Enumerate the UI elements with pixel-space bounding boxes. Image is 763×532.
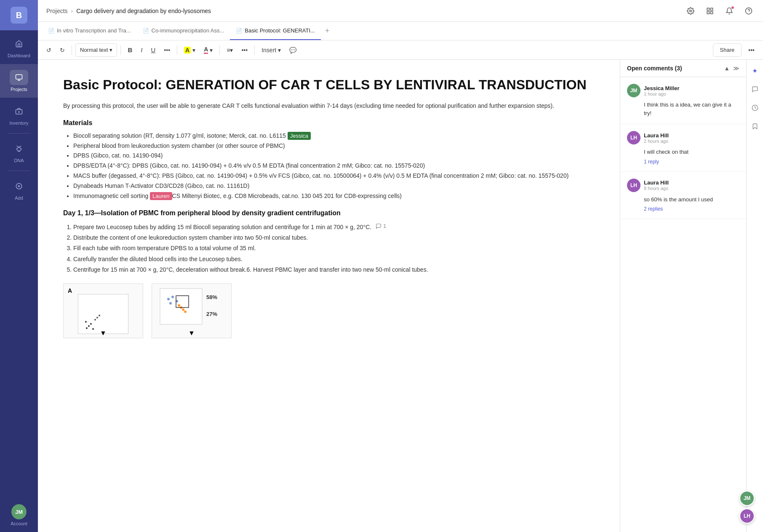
sidebar-label-add: Add <box>15 195 23 201</box>
chat-icon[interactable] <box>749 83 761 95</box>
add-icon <box>10 179 28 194</box>
comment-author-2: Laura Hill <box>644 132 669 139</box>
sidebar-nav: Dashboard Projects Inventory DNA <box>0 30 38 498</box>
account-initials: JM <box>15 509 23 515</box>
grid-icon[interactable] <box>704 5 716 17</box>
comments-header: Open comments (3) ▲ ≫ <box>620 60 746 77</box>
comment-thread-1: JM Jessica Miller 1 hour ago I think thi… <box>620 77 746 124</box>
sidebar-label-projects: Projects <box>11 87 27 92</box>
floating-avatar-jm[interactable]: JM <box>739 491 755 506</box>
jessica-highlight: Jessica <box>288 132 311 140</box>
toolbar-sep4 <box>219 45 220 55</box>
more-format2-button[interactable]: ••• <box>238 43 251 57</box>
comments-collapse-icon[interactable]: ▲ <box>724 65 730 72</box>
undo-button[interactable]: ↺ <box>43 43 55 57</box>
svg-text:58%: 58% <box>206 294 217 300</box>
insert-button[interactable]: Insert ▾ <box>258 43 284 57</box>
tab2-doc-icon: 📄 <box>143 28 149 34</box>
add-tab-button[interactable]: + <box>321 22 334 40</box>
bold-button[interactable]: B <box>124 43 136 57</box>
figure-a: A <box>63 283 143 338</box>
svg-point-16 <box>90 323 92 325</box>
comment-reply-link-3[interactable]: 2 replies <box>627 206 739 212</box>
font-color-icon: A <box>204 46 208 54</box>
svg-rect-10 <box>707 11 709 13</box>
more-format-button[interactable]: ••• <box>160 43 173 57</box>
breadcrumb-root[interactable]: Projects <box>46 8 68 14</box>
svg-point-19 <box>94 319 96 321</box>
highlight-icon: A <box>184 47 191 53</box>
share-button[interactable]: Share <box>713 43 742 57</box>
sidebar-item-add[interactable]: Add <box>0 173 38 206</box>
comment-meta-2: LH Laura Hill 2 hours ago <box>627 131 739 144</box>
comment-reply-link-2[interactable]: 1 reply <box>627 159 739 165</box>
more-options-button[interactable]: ••• <box>745 43 758 57</box>
scatter-chart-colored: 58% 27% <box>156 286 227 335</box>
materials-heading: Materials <box>63 119 595 127</box>
sidebar-item-account[interactable]: JM Account <box>0 498 38 532</box>
sidebar-item-projects[interactable]: Projects <box>0 64 38 98</box>
sidebar-item-inventory[interactable]: Inventory <box>0 98 38 131</box>
toolbar-sep3 <box>177 45 177 55</box>
section2-heading: Day 1, 1/3—Isolation of PBMC from periph… <box>63 209 595 217</box>
comment-meta-3: LH Laura Hill 8 hours ago <box>627 179 739 192</box>
settings-icon[interactable] <box>685 5 696 17</box>
topbar: Projects › Cargo delivery and degradatio… <box>38 0 763 22</box>
comment-button[interactable]: 💬 <box>286 43 300 57</box>
document-intro: By processing this protocol, the user wi… <box>63 101 595 110</box>
comment-author-3: Laura Hill <box>644 179 669 186</box>
steps-list: Prepare two Leucosep tubes by adding 15 … <box>63 221 595 275</box>
tab-1[interactable]: 📄 In vitro Transcription and Tra... <box>42 22 137 40</box>
tab2-label: Co-immunoprecipitation Ass... <box>152 27 224 34</box>
list-item: Distribute the content of one leukoreduc… <box>73 233 595 243</box>
list-item: Centrifuge for 15 min at 700 × g, 20°C, … <box>73 265 595 275</box>
sidebar-item-dashboard[interactable]: Dashboard <box>0 30 38 64</box>
svg-point-15 <box>88 325 90 327</box>
help-icon[interactable] <box>743 5 755 17</box>
figure-b: 58% 27% ▼ <box>152 283 232 338</box>
figures-area: A <box>63 283 595 338</box>
align-button[interactable]: ≡▾ <box>223 43 236 57</box>
notifications-icon[interactable] <box>723 5 735 17</box>
highlight-button[interactable]: A▾ <box>181 43 199 57</box>
ai-icon[interactable]: ✦ <box>749 65 761 77</box>
svg-point-17 <box>85 321 87 323</box>
bookmark-icon[interactable] <box>749 120 761 132</box>
toolbar: ↺ ↻ Normal text ▾ B I U ••• A▾ A▾ ≡▾ •••… <box>38 40 763 60</box>
tab-3[interactable]: 📄 Basic Protocol: GENERATI... <box>230 22 321 40</box>
history-icon[interactable] <box>749 102 761 114</box>
redo-button[interactable]: ↻ <box>56 43 68 57</box>
breadcrumb-current: Cargo delivery and degradation by endo-l… <box>76 8 211 14</box>
svg-point-24 <box>171 296 174 298</box>
breadcrumb: Projects › Cargo delivery and degradatio… <box>46 8 681 14</box>
comment-body-3: so 60% is the amount I used <box>627 195 739 204</box>
style-dropdown-label: Normal text <box>80 47 108 53</box>
svg-point-18 <box>92 328 94 330</box>
italic-button[interactable]: I <box>137 43 146 57</box>
comment-thread-3: LH Laura Hill 8 hours ago so 60% is the … <box>620 172 746 219</box>
underline-button[interactable]: U <box>147 43 159 57</box>
comments-expand-icon[interactable]: ≫ <box>733 65 739 72</box>
inline-comment-icon[interactable]: 1 <box>376 221 386 231</box>
insert-label: Insert <box>261 47 276 53</box>
comment-author-1: Jessica Miller <box>644 85 680 91</box>
logo-box: B <box>11 7 27 24</box>
tab-2[interactable]: 📄 Co-immunoprecipitation Ass... <box>137 22 230 40</box>
svg-point-23 <box>167 298 170 300</box>
main-content: Projects › Cargo delivery and degradatio… <box>38 0 763 532</box>
svg-point-27 <box>178 304 180 307</box>
toolbar-sep2 <box>120 45 121 55</box>
comment-thread-2: LH Laura Hill 2 hours ago I will check o… <box>620 124 746 172</box>
home-icon <box>10 36 28 51</box>
svg-point-30 <box>184 310 187 313</box>
font-color-button[interactable]: A▾ <box>200 43 216 57</box>
floating-initials-lh: LH <box>744 513 750 519</box>
text-style-dropdown[interactable]: Normal text ▾ <box>75 43 117 57</box>
dna-icon <box>10 141 28 156</box>
floating-avatar-lh[interactable]: LH <box>739 508 755 524</box>
list-item: Fill each tube with room temperature DPB… <box>73 243 595 254</box>
comment-body-1: I think this is a idea, we can give it a… <box>627 101 739 117</box>
figure-arrow: ▼ <box>100 329 107 337</box>
sidebar-item-dna[interactable]: DNA <box>0 135 38 169</box>
list-item: Carefully transfer the diluted blood cel… <box>73 254 595 265</box>
